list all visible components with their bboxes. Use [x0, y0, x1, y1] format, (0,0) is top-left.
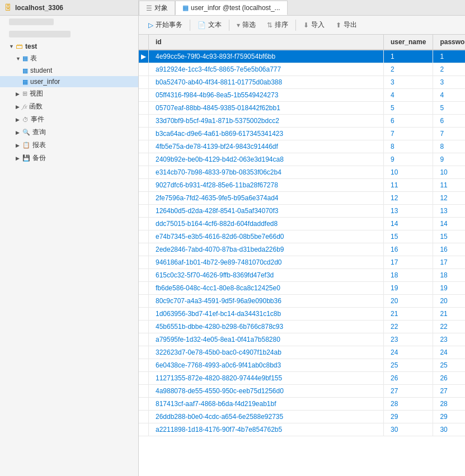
- cell-id[interactable]: 4e99cc5e-79f0-4c93-893f-f759054bf6bb: [149, 50, 384, 63]
- table-row[interactable]: a79595fe-1d32-4e05-8ea1-0f41a7b582802323: [139, 333, 465, 346]
- cell-username[interactable]: 28: [384, 398, 433, 411]
- cell-username[interactable]: 12: [384, 192, 433, 205]
- cell-username[interactable]: 3: [384, 76, 433, 89]
- table-row[interactable]: 4a988078-de55-4550-950c-eeb75d1256d02727: [139, 385, 465, 398]
- cell-password[interactable]: 12: [433, 192, 465, 205]
- cell-username[interactable]: 16: [384, 243, 433, 256]
- table-row[interactable]: 2409b92e-be0b-4129-b4d2-063e3d194ca899: [139, 153, 465, 166]
- cell-password[interactable]: 19: [433, 282, 465, 295]
- col-header-password[interactable]: password: [433, 35, 465, 50]
- text-button[interactable]: 📄 文本: [192, 18, 227, 32]
- cell-username[interactable]: 5: [384, 102, 433, 115]
- table-student-item[interactable]: ▦ student: [0, 65, 138, 76]
- cell-username[interactable]: 18: [384, 269, 433, 282]
- table-row[interactable]: fb6de586-048c-4cc1-80e8-8ca8c12425e01919: [139, 282, 465, 295]
- cell-id[interactable]: 33d70bf9-b5cf-49a1-871b-5375002bdcc2: [149, 115, 384, 128]
- cell-username[interactable]: 9: [384, 153, 433, 166]
- cell-password[interactable]: 3: [433, 76, 465, 89]
- tab-objects[interactable]: ☰ 对象: [139, 1, 175, 15]
- filter-button[interactable]: ▾ 筛选: [232, 18, 261, 32]
- cell-id[interactable]: 11271355-872e-4820-8820-97444e9bf155: [149, 372, 384, 385]
- table-row[interactable]: ddc75015-b164-4cf6-882d-604fdaddfed81414: [139, 218, 465, 230]
- cell-password[interactable]: 6: [433, 115, 465, 128]
- cell-username[interactable]: 26: [384, 372, 433, 385]
- table-row[interactable]: 2fe7596a-7fd2-4635-9fe5-b95a6e374ad41212: [139, 192, 465, 205]
- cell-id[interactable]: 1d063956-3bd7-41ef-bc14-da34431c1c8b: [149, 308, 384, 321]
- begin-transaction-button[interactable]: ▷ 开始事务: [143, 18, 187, 32]
- cell-password[interactable]: 28: [433, 398, 465, 411]
- cell-username[interactable]: 15: [384, 230, 433, 243]
- cell-username[interactable]: 2: [384, 63, 433, 76]
- cell-username[interactable]: 14: [384, 218, 433, 230]
- cell-password[interactable]: 21: [433, 308, 465, 321]
- cell-id[interactable]: a79595fe-1d32-4e05-8ea1-0f41a7b58280: [149, 333, 384, 346]
- table-row[interactable]: a2211898-1d18-4176-90f7-4b7e854762b53030: [139, 423, 465, 436]
- cell-username[interactable]: 7: [384, 128, 433, 140]
- cell-username[interactable]: 6: [384, 115, 433, 128]
- cell-id[interactable]: 80c9c707-a4a3-4591-9d5f-96a9e090bb36: [149, 295, 384, 308]
- cell-id[interactable]: e74b7345-e3b5-4616-82d6-08b5be7e66d0: [149, 230, 384, 243]
- events-item[interactable]: ▶ ⏱ 事件: [0, 113, 138, 126]
- cell-password[interactable]: 4: [433, 89, 465, 102]
- cell-id[interactable]: a2211898-1d18-4176-90f7-4b7e854762b5: [149, 423, 384, 436]
- table-row[interactable]: 05707eaf-88bb-4845-9385-018442f62bb155: [139, 102, 465, 115]
- cell-username[interactable]: 30: [384, 423, 433, 436]
- functions-item[interactable]: ▶ 𝑓𝑥 函数: [0, 100, 138, 113]
- cell-password[interactable]: 13: [433, 205, 465, 218]
- table-row[interactable]: 817413cf-aaf7-4868-b6da-f4d219eab1bf2828: [139, 398, 465, 411]
- cell-id[interactable]: 05707eaf-88bb-4845-9385-018442f62bb1: [149, 102, 384, 115]
- cell-id[interactable]: 2ede2846-7abd-4070-87ba-d31beda226b9: [149, 243, 384, 256]
- cell-username[interactable]: 25: [384, 359, 433, 372]
- table-row[interactable]: 4fb5e75a-de78-4139-bf24-9843c91446df88: [139, 140, 465, 153]
- cell-username[interactable]: 8: [384, 140, 433, 153]
- cell-id[interactable]: 615c0c32-5f70-4626-9ffb-8369fd47ef3d: [149, 269, 384, 282]
- cell-password[interactable]: 5: [433, 102, 465, 115]
- reports-item[interactable]: ▶ 📋 报表: [0, 139, 138, 152]
- cell-password[interactable]: 8: [433, 140, 465, 153]
- cell-id[interactable]: fb6de586-048c-4cc1-80e8-8ca8c12425e0: [149, 282, 384, 295]
- table-row[interactable]: b3ca64ac-d9e6-4a61-b869-61734534142377: [139, 128, 465, 140]
- cell-password[interactable]: 29: [433, 411, 465, 423]
- table-row[interactable]: 80c9c707-a4a3-4591-9d5f-96a9e090bb362020: [139, 295, 465, 308]
- cell-username[interactable]: 29: [384, 411, 433, 423]
- cell-id[interactable]: 45b6551b-dbbe-4280-b298-6b766c878c93: [149, 321, 384, 333]
- views-item[interactable]: ▶ ⊞ 视图: [0, 87, 138, 100]
- cell-id[interactable]: 6e0438ce-7768-4993-a0c6-9f41ab0c8bd3: [149, 359, 384, 372]
- cell-username[interactable]: 19: [384, 282, 433, 295]
- cell-id[interactable]: ddc75015-b164-4cf6-882d-604fdaddfed8: [149, 218, 384, 230]
- import-button[interactable]: ⬇ 导入: [298, 18, 330, 32]
- table-row[interactable]: b0a52470-ab40-4f34-8811-01775d0ab38833: [139, 76, 465, 89]
- table-row[interactable]: 26ddb288-b0e0-4cdc-a654-6e2588e927352929: [139, 411, 465, 423]
- cell-id[interactable]: 1264b0d5-d2da-428f-8541-0a5af34070f3: [149, 205, 384, 218]
- table-row[interactable]: 45b6551b-dbbe-4280-b298-6b766c878c932222: [139, 321, 465, 333]
- sort-button[interactable]: ⇅ 排序: [262, 18, 293, 32]
- cell-password[interactable]: 11: [433, 179, 465, 192]
- cell-password[interactable]: 27: [433, 385, 465, 398]
- table-row[interactable]: 11271355-872e-4820-8820-97444e9bf1552626: [139, 372, 465, 385]
- cell-username[interactable]: 13: [384, 205, 433, 218]
- db-test-item[interactable]: ▼ 🗃 test: [0, 40, 138, 52]
- cell-password[interactable]: 16: [433, 243, 465, 256]
- cell-id[interactable]: 2fe7596a-7fd2-4635-9fe5-b95a6e374ad4: [149, 192, 384, 205]
- table-row[interactable]: 1264b0d5-d2da-428f-8541-0a5af34070f31313: [139, 205, 465, 218]
- cell-id[interactable]: e314cb70-7b98-4833-97bb-08353f06c2b4: [149, 166, 384, 179]
- cell-password[interactable]: 23: [433, 333, 465, 346]
- cell-id[interactable]: 817413cf-aaf7-4868-b6da-f4d219eab1bf: [149, 398, 384, 411]
- table-row[interactable]: a912924e-1cc3-4fc5-8865-7e5e5b06a77722: [139, 63, 465, 76]
- table-row[interactable]: 33d70bf9-b5cf-49a1-871b-5375002bdcc266: [139, 115, 465, 128]
- cell-username[interactable]: 4: [384, 89, 433, 102]
- cell-password[interactable]: 30: [433, 423, 465, 436]
- cell-password[interactable]: 10: [433, 166, 465, 179]
- table-row[interactable]: 9027dfc6-b931-4f28-85e6-11ba28f672781111: [139, 179, 465, 192]
- queries-item[interactable]: ▶ 🔍 查询: [0, 126, 138, 139]
- cell-id[interactable]: b3ca64ac-d9e6-4a61-b869-617345341423: [149, 128, 384, 140]
- cell-password[interactable]: 25: [433, 359, 465, 372]
- cell-id[interactable]: 4fb5e75a-de78-4139-bf24-9843c91446df: [149, 140, 384, 153]
- cell-username[interactable]: 1: [384, 50, 433, 63]
- cell-password[interactable]: 7: [433, 128, 465, 140]
- cell-username[interactable]: 17: [384, 256, 433, 269]
- cell-password[interactable]: 22: [433, 321, 465, 333]
- cell-username[interactable]: 20: [384, 295, 433, 308]
- cell-password[interactable]: 2: [433, 63, 465, 76]
- cell-id[interactable]: 2409b92e-be0b-4129-b4d2-063e3d194ca8: [149, 153, 384, 166]
